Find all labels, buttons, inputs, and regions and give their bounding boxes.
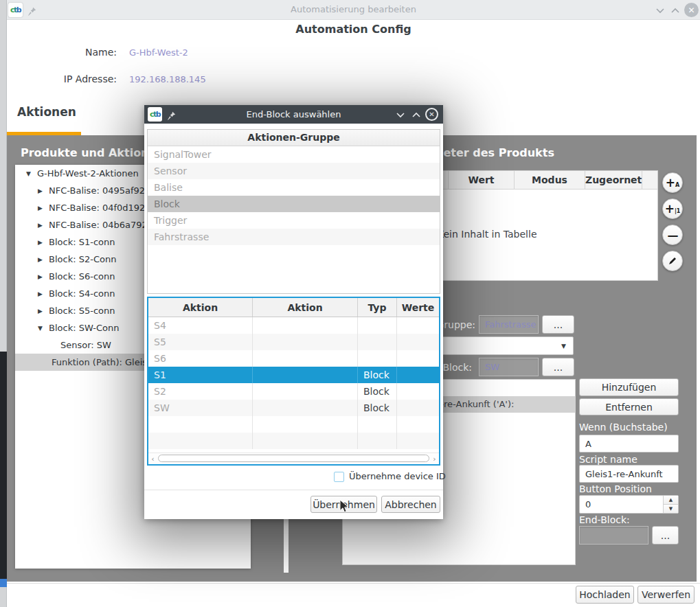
- dialog-close-icon[interactable]: ✕: [425, 108, 438, 121]
- plus-icon: +: [666, 177, 675, 189]
- stepper-value: 0: [585, 499, 591, 509]
- scrollbar-thumb[interactable]: [158, 455, 429, 462]
- gruppe-more-button[interactable]: ...: [542, 315, 574, 334]
- device-id-checkbox-label: Übernehme device ID: [349, 471, 446, 481]
- tree-item-label: Block: S6-conn: [49, 271, 115, 282]
- tree-item-label: Block: S5-conn: [49, 306, 115, 316]
- add-one-button[interactable]: +|1: [662, 198, 683, 219]
- chevron-right-icon[interactable]: ▶: [38, 256, 45, 263]
- endblock-more-button[interactable]: ...: [652, 526, 679, 545]
- table-row[interactable]: SWBlock: [148, 400, 439, 416]
- button-position-label: Button Position: [579, 483, 652, 494]
- group-list-item[interactable]: Fahrstrasse: [148, 229, 440, 245]
- chevron-down-icon[interactable]: ▼: [26, 170, 33, 177]
- table-cell: [397, 350, 439, 367]
- table-cell: [358, 317, 397, 334]
- chevron-down-icon[interactable]: [655, 8, 665, 14]
- scroll-left-icon[interactable]: ‹: [148, 455, 157, 463]
- background-window-dark-area: [0, 352, 7, 579]
- add-auto-button[interactable]: +A: [662, 172, 683, 193]
- table-cell: [397, 367, 439, 383]
- column-header-zugeornet: Zugeornet: [585, 171, 642, 189]
- dialog-titlebar: ctb End-Block auswählen ✕: [144, 105, 443, 124]
- column-header-aktion-1: Aktion: [148, 298, 253, 317]
- block-field: SW: [479, 358, 539, 376]
- scroll-right-icon[interactable]: ›: [430, 455, 439, 463]
- table-row[interactable]: S2Block: [148, 383, 439, 400]
- upload-button[interactable]: Hochladen: [576, 586, 634, 604]
- tab-aktionen[interactable]: Aktionen: [17, 105, 76, 119]
- dialog-chevron-down-icon[interactable]: [396, 112, 405, 118]
- tree-item-label: NFC-Balise: 04b6a7925f: [49, 220, 157, 230]
- wenn-label: Wenn (Buchstabe): [579, 422, 668, 433]
- chevron-right-icon[interactable]: ▶: [38, 222, 45, 229]
- background-window-strip: [0, 0, 7, 607]
- table-cell: [253, 400, 358, 416]
- table-row[interactable]: S5: [148, 334, 439, 350]
- script-name-input[interactable]: [579, 465, 679, 483]
- remove-button[interactable]: Entfernen: [579, 398, 679, 415]
- chevron-right-icon[interactable]: ▶: [38, 239, 45, 246]
- dialog-chevron-up-icon[interactable]: [411, 112, 421, 118]
- tree-item-label: NFC-Balise: 0495af925f6: [49, 185, 159, 196]
- block-more-button[interactable]: ...: [542, 358, 574, 376]
- table-cell: [397, 383, 439, 400]
- script-name-label: Script name: [579, 454, 637, 465]
- main-titlebar: ctb Automatisierung bearbeiten ✕: [7, 0, 700, 20]
- chevron-right-icon[interactable]: ▶: [38, 273, 45, 280]
- table-cell: Block: [358, 367, 397, 383]
- column-header-aktion-2: Aktion: [253, 298, 358, 317]
- dialog-table: Aktion Aktion Typ Werte S4S5S6S1BlockS2B…: [147, 297, 440, 466]
- tree-item-label: Block: S1-conn: [49, 237, 115, 247]
- table-cell: [397, 400, 439, 416]
- mouse-cursor: [339, 499, 349, 516]
- table-cell: [358, 350, 397, 367]
- table-row[interactable]: [148, 433, 439, 449]
- table-cell: [253, 433, 358, 449]
- table-row[interactable]: S6: [148, 350, 439, 367]
- chevron-down-icon: ▼: [561, 343, 566, 350]
- table-row[interactable]: S1Block: [148, 367, 439, 383]
- tree-item-label: Block: SW-Conn: [49, 323, 119, 333]
- table-cell: [358, 416, 397, 433]
- table-cell: [397, 317, 439, 334]
- add-button[interactable]: Hinzufügen: [579, 378, 679, 396]
- table-cell: [358, 433, 397, 449]
- table-cell: [253, 317, 358, 334]
- cancel-button[interactable]: Abbrechen: [381, 496, 440, 513]
- products-panel-title: Produkte und Aktionen: [21, 146, 164, 159]
- discard-button[interactable]: Verwerfen: [637, 586, 695, 604]
- group-list-item[interactable]: Trigger: [148, 212, 440, 229]
- close-icon[interactable]: ✕: [684, 3, 699, 17]
- remove-row-button[interactable]: —: [662, 225, 683, 245]
- chevron-right-icon[interactable]: ▶: [38, 205, 45, 211]
- wenn-input[interactable]: [579, 435, 679, 453]
- dialog-table-header: Aktion Aktion Typ Werte: [148, 298, 439, 317]
- dialog-table-body: S4S5S6S1BlockS2BlockSWBlock: [148, 317, 439, 449]
- table-cell: [397, 416, 439, 433]
- pencil-icon: [668, 256, 677, 266]
- horizontal-scrollbar[interactable]: ‹ ›: [148, 453, 439, 464]
- tree-item-label: Sensor: SW: [60, 340, 111, 350]
- group-list-item[interactable]: Sensor: [148, 163, 440, 179]
- stepper-down-icon[interactable]: ▼: [664, 505, 678, 513]
- table-cell: S2: [148, 383, 253, 400]
- group-list-item[interactable]: Block: [148, 196, 440, 212]
- edit-button[interactable]: [662, 251, 683, 271]
- group-list-item[interactable]: Balise: [148, 179, 440, 196]
- chevron-down-icon[interactable]: ▼: [38, 325, 45, 332]
- stepper-up-icon[interactable]: ▲: [664, 496, 678, 505]
- chevron-up-icon[interactable]: [670, 8, 680, 14]
- group-list-item[interactable]: SignalTower: [148, 146, 440, 163]
- table-cell: Block: [358, 383, 397, 400]
- button-position-stepper[interactable]: 0 ▲ ▼: [579, 495, 679, 514]
- table-row[interactable]: [148, 416, 439, 433]
- ip-value: 192.168.188.145: [129, 74, 206, 84]
- table-row[interactable]: S4: [148, 317, 439, 334]
- scrollbar-track[interactable]: [157, 455, 430, 463]
- chevron-right-icon[interactable]: ▶: [38, 308, 45, 314]
- table-cell: [253, 367, 358, 383]
- chevron-right-icon[interactable]: ▶: [38, 290, 45, 297]
- device-id-checkbox[interactable]: [334, 472, 344, 482]
- chevron-right-icon[interactable]: ▶: [38, 187, 45, 194]
